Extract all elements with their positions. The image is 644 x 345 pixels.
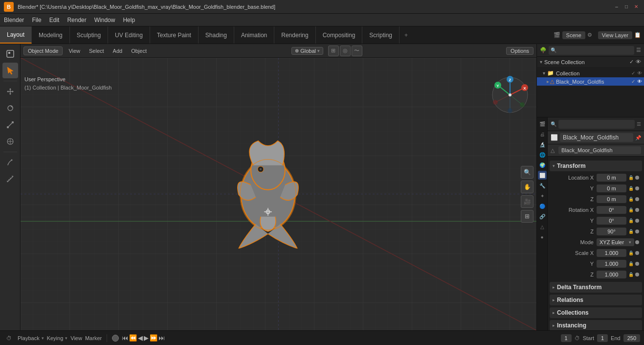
obj-eye-icon[interactable]: 👁 (637, 79, 642, 84)
scene-selector[interactable]: Scene (562, 31, 585, 39)
scene-coll-eye-icon[interactable]: 👁 (636, 59, 641, 65)
current-frame-input[interactable]: 1 (561, 334, 572, 342)
obj-check-icon[interactable]: ✓ (631, 79, 635, 84)
tab-shading[interactable]: Shading (199, 26, 234, 44)
scale-y-lock[interactable]: 🔒 (627, 260, 634, 267)
camera-viewport-icon[interactable]: 🎥 (521, 195, 533, 208)
view-menu-timeline[interactable]: View (70, 335, 82, 341)
scale-z-value[interactable]: 1.000 (597, 271, 626, 278)
props-physics-icon[interactable]: 🔵 (538, 202, 547, 210)
rotation-y-value[interactable]: 0° (597, 217, 626, 225)
curve-snap[interactable]: 〜 (352, 46, 362, 56)
tab-compositing[interactable]: Compositing (316, 26, 363, 44)
play-back-button[interactable]: ◀ (138, 334, 143, 342)
annotate-tool[interactable] (2, 155, 18, 170)
tab-modeling[interactable]: Modeling (32, 26, 70, 44)
scale-x-value[interactable]: 1.000 (597, 249, 626, 257)
delta-transform-header[interactable]: ▸ Delta Transform (550, 282, 642, 293)
options-dropdown[interactable]: Options (506, 47, 533, 55)
instancing-header[interactable]: ▸ Instancing (550, 320, 642, 330)
props-scene-icon[interactable]: 🌐 (538, 150, 547, 159)
scale-y-value[interactable]: 1.000 (597, 260, 626, 268)
props-world-icon[interactable]: 🌍 (538, 161, 547, 169)
proportional-edit[interactable]: ◎ (340, 46, 351, 56)
obj-pin-icon[interactable]: 📌 (635, 135, 641, 140)
record-keyframe-button[interactable] (112, 335, 119, 342)
coll-eye-icon[interactable]: 👁 (637, 70, 642, 76)
maximize-button[interactable]: □ (622, 3, 630, 11)
rotation-x-value[interactable]: 0° (597, 206, 626, 214)
rotation-y-lock[interactable]: 🔒 (627, 217, 634, 224)
coll-check-icon[interactable]: ✓ (631, 70, 635, 76)
rotation-mode-dropdown[interactable]: XYZ Euler ▾ (597, 238, 634, 246)
scale-x-lock[interactable]: 🔒 (627, 250, 634, 256)
tab-animation[interactable]: Animation (234, 26, 274, 44)
props-filter-icon[interactable]: ☰ (637, 121, 641, 127)
add-menu[interactable]: Add (110, 47, 126, 55)
outliner-search[interactable]: 🔍 (549, 46, 634, 55)
props-material-icon[interactable]: ● (538, 232, 547, 241)
tab-add-button[interactable]: + (400, 26, 413, 44)
viewport[interactable]: Object Mode View Select Add Object ⊕ Glo… (21, 44, 536, 330)
rotation-z-lock[interactable]: 🔒 (627, 228, 634, 235)
keying-menu[interactable]: Keying ▾ (47, 335, 68, 341)
view-layer-selector[interactable]: View Layer (598, 31, 632, 39)
play-forward-button[interactable]: ▶ (144, 334, 149, 342)
scale-z-lock[interactable]: 🔒 (627, 271, 634, 278)
jump-end-button[interactable]: ⏭ (158, 334, 165, 342)
measure-tool[interactable] (2, 171, 18, 187)
props-object-icon[interactable]: ⬜ (538, 171, 547, 180)
location-x-lock[interactable]: 🔒 (627, 174, 634, 181)
location-z-value[interactable]: 0 m (597, 195, 626, 203)
window-controls[interactable]: – □ ✕ (613, 3, 640, 11)
location-x-value[interactable]: 0 m (597, 174, 626, 182)
rotation-x-lock[interactable]: 🔒 (627, 207, 634, 213)
mode-toggle[interactable] (2, 46, 18, 62)
props-constraints-icon[interactable]: 🔗 (538, 212, 547, 221)
cursor-tool[interactable] (2, 63, 18, 78)
collection-row[interactable]: ▾ 📁 Collection ✓ 👁 (537, 69, 644, 77)
search-viewport-icon[interactable]: 🔍 (521, 166, 533, 179)
props-particles-icon[interactable]: ✦ (538, 191, 547, 200)
grid-viewport-icon[interactable]: ⊞ (521, 210, 533, 223)
step-forward-button[interactable]: ⏩ (150, 334, 157, 342)
jump-start-button[interactable]: ⏮ (122, 334, 128, 342)
data-name-field[interactable]: Black_Moor_Goldfish (558, 146, 641, 154)
props-view-layer-icon[interactable]: 🔬 (538, 140, 547, 149)
location-y-value[interactable]: 0 m (597, 184, 626, 192)
tab-layout[interactable]: Layout (0, 26, 32, 44)
menu-blender[interactable]: Blender (0, 15, 28, 25)
collections-header[interactable]: ▸ Collections (550, 307, 642, 318)
rotation-z-value[interactable]: 90° (597, 228, 626, 235)
props-search-input[interactable] (558, 120, 635, 129)
scene-coll-expand[interactable]: ▾ (540, 59, 542, 65)
step-back-button[interactable]: ⏪ (129, 334, 137, 342)
rotate-tool[interactable] (2, 100, 18, 116)
navigation-gizmo[interactable]: X Y Z (490, 75, 530, 115)
object-menu[interactable]: Object (128, 47, 150, 55)
menu-help[interactable]: Help (119, 15, 139, 25)
tab-texture-paint[interactable]: Texture Paint (150, 26, 199, 44)
scene-coll-check-icon[interactable]: ✓ (629, 59, 634, 65)
grab-viewport-icon[interactable]: ✋ (521, 181, 533, 193)
props-output-icon[interactable]: 🖨 (538, 130, 547, 138)
outliner-filter-icon[interactable]: ☰ (636, 47, 641, 53)
move-tool[interactable] (2, 84, 18, 99)
location-z-lock[interactable]: 🔒 (627, 196, 634, 203)
end-frame-input[interactable]: 250 (623, 334, 640, 342)
menu-window[interactable]: Window (90, 15, 119, 25)
tab-scripting[interactable]: Scripting (362, 26, 400, 44)
start-frame-input[interactable]: 1 (597, 334, 608, 342)
props-modifier-icon[interactable]: 🔧 (538, 181, 547, 190)
coll-expand-icon[interactable]: ▾ (543, 70, 545, 76)
relations-header[interactable]: ▸ Relations (550, 295, 642, 305)
snap-toggle[interactable]: ⊞ (328, 46, 339, 56)
transform-section-header[interactable]: ▾ Transform (550, 161, 642, 171)
menu-render[interactable]: Render (63, 15, 90, 25)
props-render-icon[interactable]: 🎬 (538, 119, 547, 128)
playback-menu[interactable]: Playback ▾ (18, 335, 44, 341)
object-name-field[interactable]: Black_Moor_Goldfish (560, 133, 633, 142)
object-mode-dropdown[interactable]: Object Mode (23, 46, 63, 55)
object-row[interactable]: ▸ △ Black_Moor_Goldfis ✓ 👁 (537, 77, 644, 86)
tab-rendering[interactable]: Rendering (274, 26, 315, 44)
